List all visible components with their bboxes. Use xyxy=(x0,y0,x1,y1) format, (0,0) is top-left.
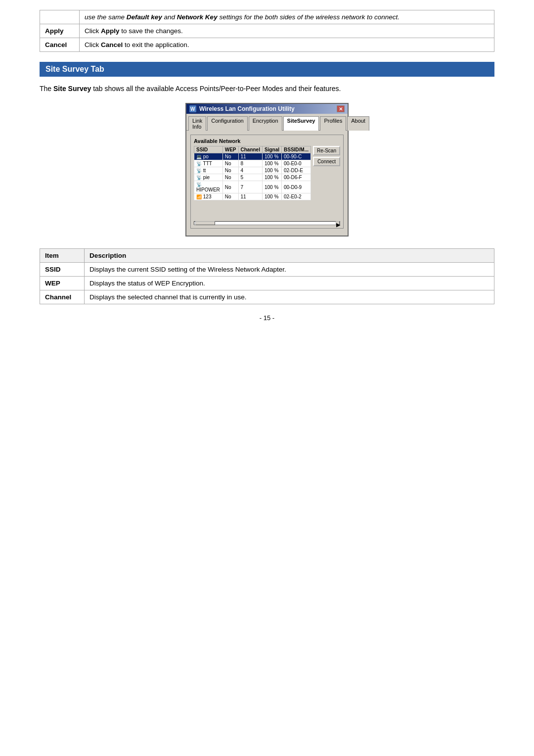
cell-signal: 100 % xyxy=(262,153,281,160)
wlan-side-buttons: Re-Scan Connect xyxy=(313,146,340,200)
cell-bssid: 02-E0-2 xyxy=(281,193,311,200)
col-item-header: Item xyxy=(40,249,85,263)
table-row-ssid: SSID Displays the current SSID setting o… xyxy=(40,263,494,277)
network-icon-ap4: 📡 xyxy=(196,182,202,187)
cell-channel: 4 xyxy=(238,167,262,174)
cell-wep: No xyxy=(222,160,238,167)
cell-ssid: 💻 po xyxy=(194,153,223,160)
cell-wep: No xyxy=(222,167,238,174)
cell-ssid: 📡 tt xyxy=(194,167,223,174)
wlan-tabs-bar: Link Info Configuration Encryption SiteS… xyxy=(186,114,348,131)
tab-configuration[interactable]: Configuration xyxy=(207,116,247,131)
table-row: use the same Default key and Network Key… xyxy=(40,10,494,24)
cancel-label: Cancel xyxy=(40,38,80,52)
cell-wep: No xyxy=(222,174,238,181)
cell-bssid: 00-E0-0 xyxy=(281,160,311,167)
cell-channel: 7 xyxy=(238,181,262,193)
cell-wep: No xyxy=(222,153,238,160)
network-table-area: SSID WEP Channel Signal BSSID/M... 💻 po xyxy=(194,146,340,200)
wlan-titlebar-left: W Wireless Lan Configuration Utility xyxy=(189,105,295,112)
desc-channel: Displays the selected channel that is cu… xyxy=(85,290,494,304)
tab-encryption[interactable]: Encryption xyxy=(249,116,282,131)
cell-ssid: 📡 TTT xyxy=(194,160,223,167)
table-row[interactable]: 📡 TTT No 8 100 % 00-E0-0 xyxy=(194,160,311,167)
table-header-row: SSID WEP Channel Signal BSSID/M... xyxy=(194,146,311,153)
apply-desc: Click Apply to save the changes. xyxy=(80,24,494,38)
empty-space xyxy=(194,203,340,218)
wlan-config-window: W Wireless Lan Configuration Utility ✕ L… xyxy=(185,103,349,236)
table-row-apply: Apply Click Apply to save the changes. xyxy=(40,24,494,38)
cell-signal: 100 % xyxy=(262,160,281,167)
network-icon-ap3: 📡 xyxy=(196,175,202,180)
cell-ssid: 📶 123 xyxy=(194,193,223,200)
svg-text:W: W xyxy=(190,106,195,112)
network-icon-ap2: 📡 xyxy=(196,168,202,173)
cell-signal: 100 % xyxy=(262,167,281,174)
scrollbar-thumb[interactable] xyxy=(195,221,215,225)
desc-wep: Displays the status of WEP Encryption. xyxy=(85,277,494,290)
page-number: - 15 - xyxy=(40,314,494,322)
cell-wep: No xyxy=(222,193,238,200)
table-row[interactable]: 📶 123 No 11 100 % 02-E0-2 xyxy=(194,193,311,200)
table-row[interactable]: 📡 tt No 4 100 % 02-DD-E xyxy=(194,167,311,174)
network-table: SSID WEP Channel Signal BSSID/M... 💻 po xyxy=(194,146,311,200)
network-table-scroll: SSID WEP Channel Signal BSSID/M... 💻 po xyxy=(194,146,311,200)
tab-about[interactable]: About xyxy=(347,116,369,131)
available-network-label: Available Network xyxy=(194,138,340,144)
item-ssid: SSID xyxy=(40,263,85,277)
scrollbar-arrow-right[interactable]: ▶ xyxy=(336,221,340,225)
item-wep: WEP xyxy=(40,277,85,290)
available-network-group: Available Network SSID WEP Channel Signa… xyxy=(190,135,344,229)
cell-bssid: 02-DD-E xyxy=(281,167,311,174)
col-description-header: Description xyxy=(85,249,494,263)
col-channel: Channel xyxy=(238,146,262,153)
wlan-close-button[interactable]: ✕ xyxy=(337,105,345,112)
col-wep: WEP xyxy=(222,146,238,153)
table-row[interactable]: 💻 po No 11 100 % 00-90-C xyxy=(194,153,311,160)
network-icon-wifi: 📶 xyxy=(196,194,202,199)
table-row-wep: WEP Displays the status of WEP Encryptio… xyxy=(40,277,494,290)
connect-button[interactable]: Connect xyxy=(313,157,340,166)
wlan-titlebar: W Wireless Lan Configuration Utility ✕ xyxy=(186,104,348,114)
apply-label: Apply xyxy=(40,24,80,38)
tab-sitesurvey[interactable]: SiteSurvey xyxy=(283,116,319,131)
horizontal-scrollbar[interactable]: ▶ xyxy=(194,221,340,225)
tab-linkinfo[interactable]: Link Info xyxy=(188,116,206,131)
col-signal: Signal xyxy=(262,146,281,153)
table-row-cancel: Cancel Click Cancel to exit the applicat… xyxy=(40,38,494,52)
wlan-title: Wireless Lan Configuration Utility xyxy=(199,105,295,112)
table-row[interactable]: 📡 pie No 5 100 % 00-D6-F xyxy=(194,174,311,181)
cell-bssid: 00-90-C xyxy=(281,153,311,160)
desc-ssid: Displays the current SSID setting of the… xyxy=(85,263,494,277)
wlan-body: Available Network SSID WEP Channel Signa… xyxy=(186,131,348,236)
top-info-table: use the same Default key and Network Key… xyxy=(40,10,494,52)
table-row[interactable]: 📡 HIPOWER No 7 100 % 00-D0-9 xyxy=(194,181,311,193)
top-label-empty xyxy=(40,10,80,24)
cell-bssid: 00-D0-9 xyxy=(281,181,311,193)
section-body-text: The Site Survey tab shows all the availa… xyxy=(40,84,494,94)
cell-signal: 100 % xyxy=(262,181,281,193)
item-channel: Channel xyxy=(40,290,85,304)
cell-channel: 11 xyxy=(238,193,262,200)
cell-signal: 100 % xyxy=(262,174,281,181)
cell-bssid: 00-D6-F xyxy=(281,174,311,181)
tab-profiles[interactable]: Profiles xyxy=(320,116,346,131)
cell-ssid: 📡 HIPOWER xyxy=(194,181,223,193)
section-heading: Site Survey Tab xyxy=(40,62,494,77)
cell-channel: 11 xyxy=(238,153,262,160)
network-icon-ap: 📡 xyxy=(196,161,202,166)
cell-ssid: 📡 pie xyxy=(194,174,223,181)
description-table: Item Description SSID Displays the curre… xyxy=(40,248,494,304)
table-row-channel: Channel Displays the selected channel th… xyxy=(40,290,494,304)
table-header-row: Item Description xyxy=(40,249,494,263)
col-ssid: SSID xyxy=(194,146,223,153)
cell-channel: 5 xyxy=(238,174,262,181)
cancel-desc: Click Cancel to exit the application. xyxy=(80,38,494,52)
top-desc-italic: use the same Default key and Network Key… xyxy=(80,10,494,24)
network-icon-computer: 💻 xyxy=(196,154,202,159)
cell-signal: 100 % xyxy=(262,193,281,200)
rescan-button[interactable]: Re-Scan xyxy=(313,146,340,155)
wlan-app-icon: W xyxy=(189,105,196,112)
cell-channel: 8 xyxy=(238,160,262,167)
col-bssid: BSSID/M... xyxy=(281,146,311,153)
